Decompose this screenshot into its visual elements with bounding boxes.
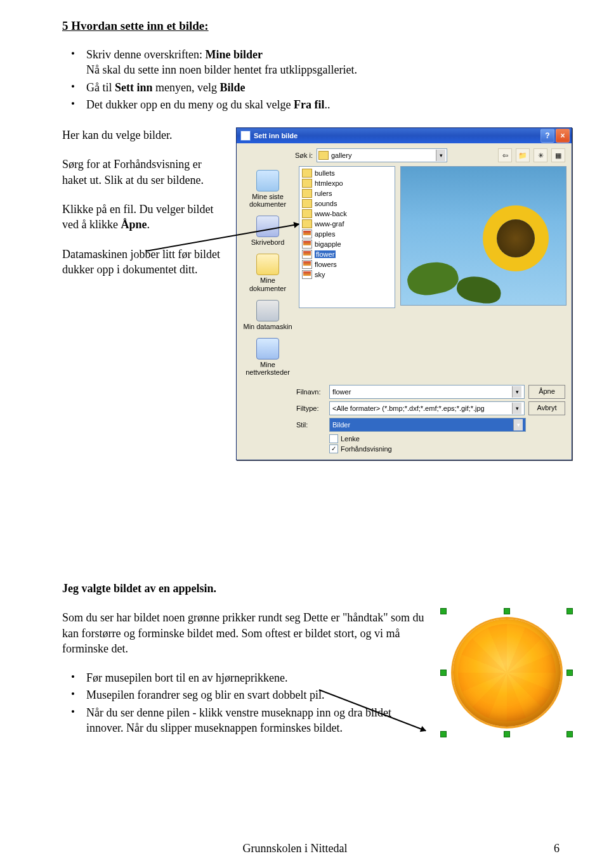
style-combo[interactable]: Bilder ▾ [329,418,526,432]
filetype-label: Filtype: [296,405,325,412]
link-checkbox-label: Lenke [341,435,360,443]
file-item[interactable]: www-back [299,209,395,219]
list-item: Før musepilen bort til en av hjørneprikk… [62,670,429,685]
open-button[interactable]: Åpne [528,385,565,399]
filetype-value: <Alle formater> (*.bmp;*.dxf;*.emf;*.eps… [332,405,485,412]
place-label: Mine siste [252,193,284,200]
file-item[interactable]: rulers [299,188,395,198]
list-item: Musepilen forandrer seg og blir en svart… [62,687,429,703]
style-label: Stil: [296,421,325,429]
file-item[interactable]: bigapple [299,239,395,249]
folder-icon [302,219,312,228]
filename-input[interactable]: flower ▾ [329,385,525,399]
resize-handle[interactable] [440,670,447,676]
resize-handle[interactable] [504,731,510,737]
folder-icon [302,209,312,218]
left-para-2: Sørg for at Forhåndsvisning er haket ut.… [62,157,227,188]
chevron-down-icon[interactable]: ▾ [513,419,523,431]
folder-icon [302,169,312,178]
up-one-level-icon[interactable]: 📁 [516,148,530,162]
dialog-titlebar[interactable]: Sett inn bilde ? × [237,128,572,143]
resize-handle[interactable] [566,608,573,614]
resize-handle[interactable] [440,608,447,614]
section-heading: 5 Hvordan sette inn et bilde: [62,19,572,33]
look-in-label: Søk i: [290,152,313,159]
file-name: flower [315,250,336,258]
list-item: Skriv denne overskriften: Mine bilderNå … [62,47,572,78]
filename-value: flower [332,388,351,396]
place-label: Skrivebord [251,238,285,246]
place-label: Mine [260,276,275,284]
footer-text: Grunnskolen i Nittedal [49,842,540,855]
orange-heading: Jeg valgte bildet av en appelsin. [62,581,572,596]
chevron-down-icon[interactable]: ▾ [436,150,445,161]
file-item[interactable]: sounds [299,198,395,209]
file-item[interactable]: www-graf [299,219,395,229]
views-icon[interactable]: ▦ [551,148,565,162]
place-label: dokumenter [249,285,286,292]
list-item: Det dukker opp en du meny og du skal vel… [62,97,572,112]
places-bar: Mine sistedokumenterSkrivebordMinedokume… [239,166,296,380]
orange-image-container[interactable] [442,610,572,735]
resize-handle[interactable] [440,731,447,737]
folder-icon [318,151,329,160]
file-item[interactable]: bullets [299,168,395,178]
leaf-shape [405,257,461,299]
chevron-down-icon[interactable]: ▾ [512,403,521,414]
file-name: htmlexpo [315,179,343,187]
preview-checkbox[interactable]: ✓ [329,444,338,453]
image-file-icon [302,230,312,238]
list-item: Gå til Sett inn menyen, velg Bilde [62,80,572,95]
new-folder-icon[interactable]: ✳ [534,148,547,162]
places-item-network[interactable]: Minenettverksteder [240,335,295,379]
image-file-icon [302,260,312,269]
file-item[interactable]: flowers [299,259,395,269]
sunflower-graphic [497,219,535,257]
folder-icon [302,179,312,188]
place-icon [256,170,279,191]
link-checkbox[interactable] [329,434,338,443]
file-name: sky [315,271,325,278]
place-label: Min datamaskin [243,323,292,330]
left-para-3-bold: Åpne [121,218,147,231]
dialog-help-button[interactable]: ? [540,129,554,143]
look-in-combo[interactable]: gallery ▾ [317,148,447,162]
resize-handle[interactable] [566,731,573,737]
resize-handle[interactable] [504,608,510,614]
file-name: sounds [315,200,337,207]
place-icon [256,338,279,360]
place-label: Mine [260,361,275,368]
chevron-down-icon[interactable]: ▾ [512,386,521,398]
file-name: apples [315,230,335,238]
places-item-mypc[interactable]: Min datamaskin [240,297,295,333]
file-name: bigapple [315,240,341,248]
preview-checkbox-label: Forhåndsvisning [341,445,392,453]
page-footer: Grunnskolen i Nittedal 6 [0,842,609,855]
places-item-mydocs[interactable]: Minedokumenter [240,251,295,294]
file-list[interactable]: bulletshtmlexporulerssoundswww-backwww-g… [299,166,395,308]
filetype-combo[interactable]: <Alle formater> (*.bmp;*.dxf;*.emf;*.eps… [329,401,525,415]
image-file-icon [302,270,312,279]
filename-label: Filnavn: [296,388,325,396]
back-icon[interactable]: ⇦ [498,148,512,162]
place-icon [256,216,279,237]
dialog-title: Sett inn bilde [254,132,539,139]
insert-image-dialog: Sett inn bilde ? × Søk i: gallery ▾ ⇦ 📁 … [236,127,572,460]
file-item[interactable]: flower [299,249,395,259]
place-label: dokumenter [249,200,286,208]
file-item[interactable]: sky [299,269,395,280]
file-item[interactable]: htmlexpo [299,178,395,188]
file-name: bullets [315,169,335,177]
left-para-4: Datamaskinen jobber litt før bildet dukk… [62,247,227,278]
places-item-recent[interactable]: Mine sistedokumenter [240,167,295,211]
list-item: Når du ser denne pilen - klikk venstre m… [62,705,429,736]
dialog-close-button[interactable]: × [556,129,570,143]
cancel-button[interactable]: Avbryt [528,401,565,415]
file-name: www-back [315,210,347,217]
file-name: www-graf [315,220,344,228]
orange-para: Som du ser har bildet noen grønne prikke… [62,610,429,656]
file-item[interactable]: apples [299,229,395,239]
resize-handle[interactable] [566,670,573,676]
image-file-icon [302,240,312,249]
places-item-desktop[interactable]: Skrivebord [240,213,295,249]
